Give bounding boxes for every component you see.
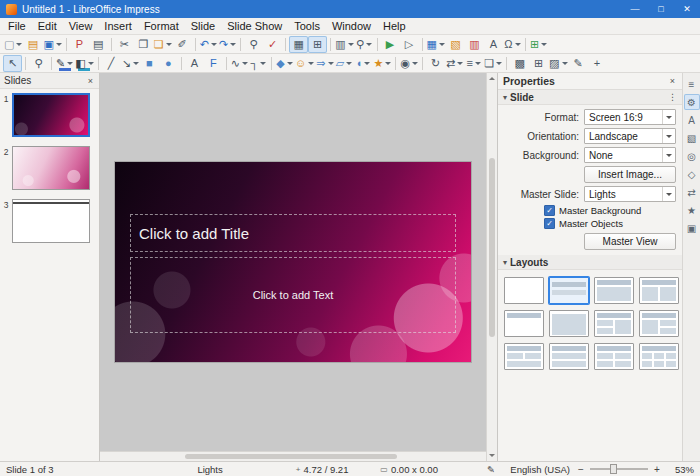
text-language[interactable]: English (USA) [504, 464, 576, 475]
3d-objects-icon[interactable]: ◉ [399, 55, 419, 72]
slide-thumbnail-3[interactable]: 3 [0, 199, 99, 243]
sidebar-settings-icon[interactable]: ≡ [684, 76, 700, 92]
format-select[interactable]: Screen 16:9 [584, 109, 676, 125]
layout-centered-text[interactable] [549, 310, 589, 337]
menu-help[interactable]: Help [377, 19, 412, 33]
zoom-slider-thumb[interactable] [610, 464, 617, 474]
callout-shapes-icon[interactable]: ◖ [354, 55, 373, 72]
clone-formatting-icon[interactable]: ✐ [173, 36, 192, 53]
rectangle-icon[interactable]: ■ [140, 55, 159, 72]
slide-transition-tab-icon[interactable]: ⇄ [684, 184, 700, 200]
layout-6-content[interactable] [639, 343, 679, 370]
master-view-button[interactable]: Master View [584, 233, 676, 250]
layouts-section-header[interactable]: ▾ Layouts [498, 255, 682, 270]
zoom-pan-icon[interactable]: ⚲ [29, 55, 48, 72]
insert-image-button[interactable]: Insert Image... [584, 166, 676, 183]
title-placeholder[interactable]: Click to add Title [130, 214, 456, 252]
display-grid-icon[interactable]: ▦ [289, 36, 308, 53]
close-button[interactable]: ✕ [674, 0, 700, 18]
align-objects-icon[interactable]: ≡ [464, 55, 483, 72]
menu-file[interactable]: File [2, 19, 32, 33]
curves-polygons-icon[interactable]: ∿ [230, 55, 249, 72]
paste-icon[interactable]: ❏ [153, 36, 173, 53]
chevron-down-icon[interactable] [662, 187, 675, 201]
slides-panel-close-icon[interactable]: × [86, 76, 95, 86]
slide-thumbnail-1[interactable]: 1 [0, 93, 99, 137]
rotate-icon[interactable]: ↻ [426, 55, 445, 72]
menu-edit[interactable]: Edit [32, 19, 63, 33]
zoom-level[interactable]: 53% [666, 464, 694, 475]
text-placeholder[interactable]: Click to add Text [130, 257, 456, 333]
menu-view[interactable]: View [63, 19, 99, 33]
vertical-scrollbar-thumb[interactable] [489, 158, 495, 336]
insert-special-character-icon[interactable]: Ω [503, 36, 522, 53]
maximize-button[interactable]: □ [648, 0, 674, 18]
minimize-button[interactable]: — [622, 0, 648, 18]
copy-icon[interactable]: ❐ [134, 36, 153, 53]
spelling-icon[interactable]: ✓ [263, 36, 282, 53]
print-icon[interactable]: ▤ [89, 36, 108, 53]
master-slides-tab-icon[interactable]: ▣ [684, 220, 700, 236]
fill-color-icon[interactable]: ◧ [74, 55, 94, 72]
horizontal-scrollbar[interactable] [100, 451, 486, 461]
basic-shapes-icon[interactable]: ◆ [275, 55, 294, 72]
layout-title-only[interactable] [504, 310, 544, 337]
zoom-in-button[interactable]: + [652, 464, 662, 475]
new-slide-icon[interactable]: ⊞ [529, 36, 548, 53]
flowchart-shapes-icon[interactable]: ▱ [335, 55, 354, 72]
collapse-section-icon[interactable]: ▾ [503, 93, 507, 102]
connectors-icon[interactable]: ┐ [249, 55, 268, 72]
insert-image-icon[interactable]: ▧ [446, 36, 465, 53]
lines-and-arrows-icon[interactable]: ↘ [121, 55, 140, 72]
block-arrows-icon[interactable]: ⇒ [315, 55, 334, 72]
master-slide-name[interactable]: Lights [191, 464, 289, 475]
line-color-icon[interactable]: ✎ [55, 55, 74, 72]
layout-2-content-and-content[interactable] [594, 310, 634, 337]
scroll-up-icon[interactable] [487, 73, 497, 83]
layout-title-content[interactable] [594, 277, 634, 304]
insert-chart-icon[interactable]: ▥ [465, 36, 484, 53]
orientation-select[interactable]: Landscape [584, 128, 676, 144]
slide-thumbnail[interactable] [12, 93, 90, 137]
background-select[interactable]: None [584, 147, 676, 163]
menu-slide[interactable]: Slide [185, 19, 221, 33]
insert-textbox-icon[interactable]: A [484, 36, 503, 53]
menu-insert[interactable]: Insert [98, 19, 138, 33]
undo-icon[interactable]: ↶ [199, 36, 218, 53]
layout-2-content-over-content[interactable] [504, 343, 544, 370]
cut-icon[interactable]: ✂ [115, 36, 134, 53]
zoom-icon[interactable]: ⚲ [355, 36, 374, 53]
slide-canvas[interactable]: Click to add Title Click to add Text [115, 162, 471, 362]
menu-tools[interactable]: Tools [288, 19, 326, 33]
gallery-tab-icon[interactable]: ▧ [684, 130, 700, 146]
slide-section-header[interactable]: ▾ Slide ⋮ [498, 90, 682, 105]
slide-thumbnail-2[interactable]: 2 [0, 146, 99, 190]
layout-content-and-2-content[interactable] [639, 310, 679, 337]
zoom-out-button[interactable]: − [576, 464, 586, 475]
properties-tab-icon[interactable]: ⚙ [684, 94, 700, 110]
master-background-checkbox[interactable]: ✓ [544, 205, 555, 216]
vertical-scrollbar[interactable] [486, 73, 497, 461]
save-icon[interactable]: ▣ [42, 36, 62, 53]
animation-tab-icon[interactable]: ★ [684, 202, 700, 218]
find-replace-icon[interactable]: ⚲ [244, 36, 263, 53]
symbol-shapes-icon[interactable]: ☺ [294, 55, 315, 72]
master-slide-select[interactable]: Lights [584, 186, 676, 202]
start-slideshow-icon[interactable]: ▶ [381, 36, 400, 53]
styles-tab-icon[interactable]: A [684, 112, 700, 128]
shadow-icon[interactable]: ▩ [510, 55, 529, 72]
chevron-down-icon[interactable] [662, 129, 675, 143]
arrange-icon[interactable]: ❏ [483, 55, 503, 72]
redo-icon[interactable]: ↷ [218, 36, 237, 53]
image-filter-icon[interactable]: ▨ [548, 55, 568, 72]
snap-guides-icon[interactable]: ⊞ [308, 36, 327, 53]
insert-table-icon[interactable]: ▦ [426, 36, 446, 53]
insert-text-box-icon[interactable]: A [185, 55, 204, 72]
edit-points-icon[interactable]: ✎ [569, 55, 588, 72]
start-from-current-slide-icon[interactable]: ▷ [400, 36, 419, 53]
menu-format[interactable]: Format [138, 19, 185, 33]
shapes-tab-icon[interactable]: ◇ [684, 166, 700, 182]
chevron-down-icon[interactable] [662, 148, 675, 162]
collapse-section-icon[interactable]: ▾ [503, 258, 507, 267]
flip-icon[interactable]: ⇄ [445, 55, 464, 72]
